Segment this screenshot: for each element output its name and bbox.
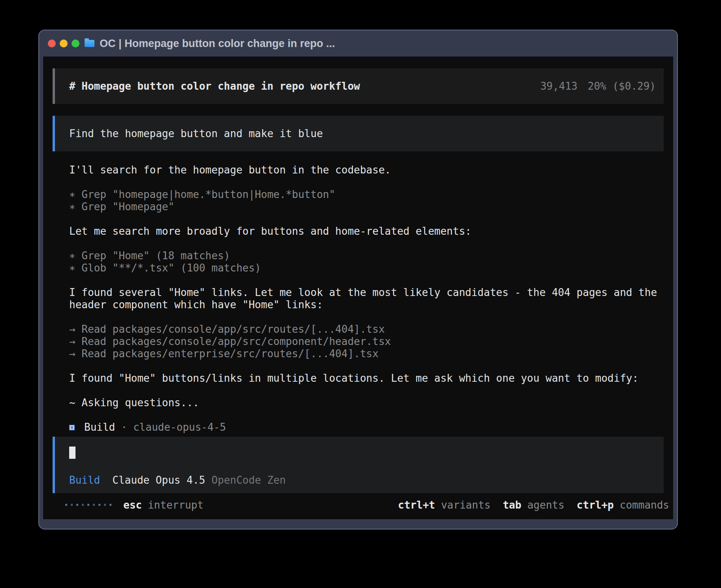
assistant-text: Let me search more broadly for buttons a… (69, 225, 664, 237)
hint-label-variants: variants (441, 499, 491, 511)
tool-call-read: → Read packages/console/app/src/componen… (69, 335, 664, 348)
window-title: OC | Homepage button color change in rep… (100, 38, 335, 50)
transcript: I'll search for the homepage button in t… (69, 164, 664, 433)
input-footer: Build Claude Opus 4.5 OpenCode Zen (69, 474, 286, 486)
hint-interrupt: esc interrupt (123, 499, 204, 511)
agent-status-line: Build · claude-opus-4-5 (69, 421, 664, 433)
assistant-text: I'll search for the homepage button in t… (69, 164, 664, 176)
assistant-text: I found several "Home" links. Let me loo… (69, 286, 664, 299)
terminal-content: # Homepage button color change in repo w… (43, 57, 673, 519)
agent-model: claude-opus-4-5 (133, 421, 226, 433)
hint-agents: tab agents (503, 499, 564, 511)
assistant-text: I found "Home" buttons/links in multiple… (69, 372, 664, 384)
hint-key-ctrl-p: ctrl+p (577, 499, 614, 511)
separator-dot: · (121, 421, 127, 433)
user-message: Find the homepage button and make it blu… (53, 116, 664, 151)
folder-icon (85, 40, 94, 47)
input-agent-label: Build (69, 474, 100, 486)
status-asking: ~ Asking questions... (69, 397, 664, 409)
context-cost: 20% ($0.29) (588, 80, 656, 92)
session-title: # Homepage button color change in repo w… (69, 80, 360, 92)
prompt-input[interactable]: Build Claude Opus 4.5 OpenCode Zen (53, 437, 664, 493)
tool-call-grep: ∗ Grep "Homepage" (69, 201, 664, 213)
hint-key-tab: tab (503, 499, 521, 511)
input-model-label: Claude Opus 4.5 (112, 474, 205, 486)
text-cursor (69, 447, 75, 459)
tool-call-read: → Read packages/enterprise/src/routes/[.… (69, 348, 664, 360)
spinner-dots-icon (65, 504, 111, 506)
agent-name: Build (84, 421, 115, 433)
tool-call-grep: ∗ Grep "Home" (18 matches) (69, 250, 664, 262)
hint-key-esc: esc (123, 499, 142, 511)
traffic-lights (48, 40, 79, 47)
terminal-window: OC | Homepage button color change in rep… (39, 30, 677, 529)
tool-call-glob: ∗ Glob "**/*.tsx" (100 matches) (69, 262, 664, 274)
session-header: # Homepage button color change in repo w… (53, 68, 664, 104)
close-button[interactable] (48, 40, 56, 47)
user-message-text: Find the homepage button and make it blu… (69, 128, 323, 139)
window-titlebar[interactable]: OC | Homepage button color change in rep… (39, 30, 677, 57)
minimize-button[interactable] (60, 40, 68, 47)
status-bar: esc interrupt ctrl+t variants tab agents… (53, 499, 669, 511)
input-provider-label: OpenCode Zen (211, 474, 286, 486)
hint-key-ctrl-t: ctrl+t (398, 499, 435, 511)
status-hints-right: ctrl+t variants tab agents ctrl+p comman… (398, 499, 669, 511)
tool-call-grep: ∗ Grep "homepage|home.*button|Home.*butt… (69, 188, 664, 201)
hint-variants: ctrl+t variants (398, 499, 491, 511)
hint-label-commands: commands (620, 499, 669, 511)
tool-call-read: → Read packages/console/app/src/routes/[… (69, 323, 664, 335)
hint-label-agents: agents (527, 499, 564, 511)
zoom-button[interactable] (72, 40, 79, 47)
assistant-text: header component which have "Home" links… (69, 299, 664, 311)
hint-label-interrupt: interrupt (148, 499, 204, 511)
hint-commands: ctrl+p commands (577, 499, 669, 511)
session-stats: 39,41320% ($0.29) (540, 80, 656, 92)
agent-bullet-icon (69, 425, 75, 430)
token-count: 39,413 (540, 80, 578, 92)
